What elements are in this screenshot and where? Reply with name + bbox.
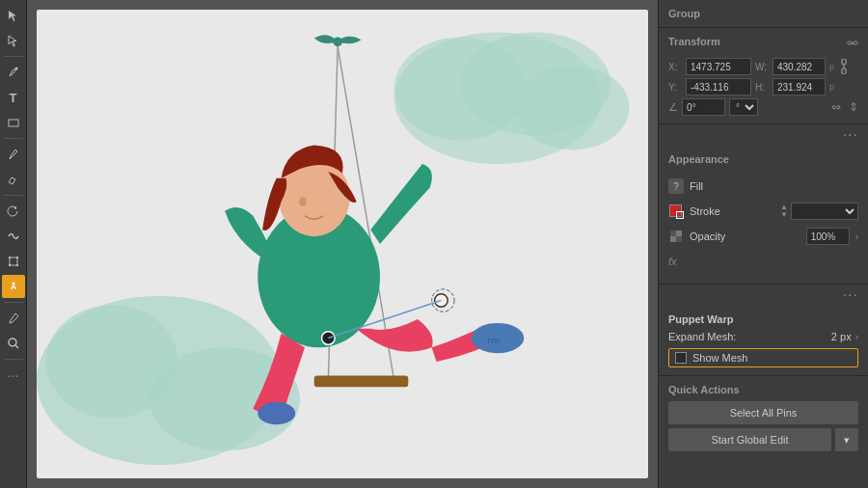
flip-h-icon[interactable]: ⇔ <box>831 100 841 114</box>
svg-rect-6 <box>16 264 18 266</box>
fill-row: ? Fill <box>668 176 858 197</box>
show-mesh-checkbox[interactable] <box>675 352 687 364</box>
svg-point-12 <box>9 339 16 346</box>
expand-mesh-arrow[interactable]: › <box>855 332 858 342</box>
start-global-edit-row: Start Global Edit ▾ <box>668 428 858 451</box>
appearance-section: Appearance ? Fill Stroke ▲ ▼ <box>659 146 868 285</box>
y-label: Y: <box>668 82 682 93</box>
fill-question-mark[interactable]: ? <box>668 178 684 194</box>
stroke-label: Stroke <box>690 205 774 217</box>
show-mesh-label: Show Mesh <box>692 352 747 364</box>
start-global-edit-button[interactable]: Start Global Edit <box>668 428 831 451</box>
start-global-edit-dropdown[interactable]: ▾ <box>835 428 858 451</box>
svg-rect-42 <box>670 230 676 236</box>
fx-row: fx <box>668 251 858 272</box>
svg-point-20 <box>516 66 629 150</box>
chain-icon <box>838 59 850 74</box>
stroke-row: Stroke ▲ ▼ <box>668 201 858 222</box>
stroke-dropdown[interactable] <box>791 203 858 220</box>
x-input[interactable] <box>686 58 751 75</box>
svg-point-7 <box>12 283 14 285</box>
svg-rect-5 <box>9 264 11 266</box>
separator-1 <box>4 56 23 57</box>
eyedropper-tool[interactable] <box>2 307 25 330</box>
svg-point-32 <box>435 294 448 308</box>
y-input[interactable] <box>686 78 751 95</box>
angle-input[interactable] <box>682 98 725 116</box>
svg-point-27 <box>299 197 307 206</box>
quick-actions-section: Quick Actions Select All Pins Start Glob… <box>659 376 868 463</box>
text-tool[interactable]: T <box>2 86 25 109</box>
canvas-background: TRK <box>37 10 648 478</box>
opacity-icon <box>668 229 684 244</box>
puppet-warp-title: Puppet Warp <box>668 313 858 325</box>
w-unit: p <box>829 62 834 71</box>
puppet-warp-tool[interactable] <box>2 275 25 298</box>
stroke-down[interactable]: ▼ <box>780 211 788 219</box>
transform-section: Transform X: W: p Y: H: p ∠ ° <box>659 28 868 124</box>
fx-label: fx <box>668 256 677 267</box>
svg-rect-2 <box>10 258 17 265</box>
w-label: W: <box>755 62 769 72</box>
canvas-area: TRK <box>27 0 658 488</box>
h-input[interactable] <box>773 78 826 95</box>
h-unit: p <box>829 82 834 92</box>
expand-mesh-row: Expand Mesh: 2 px › <box>668 331 858 342</box>
angle-icon: ∠ <box>668 101 678 114</box>
svg-rect-24 <box>314 376 409 388</box>
svg-rect-36 <box>854 41 857 44</box>
quick-actions-title: Quick Actions <box>668 384 858 395</box>
separator-4 <box>4 302 23 303</box>
svg-rect-40 <box>842 68 846 74</box>
shape-tool[interactable] <box>2 111 25 134</box>
svg-text:TRK: TRK <box>486 337 502 345</box>
eraser-tool[interactable] <box>2 168 25 191</box>
svg-line-13 <box>15 345 18 348</box>
w-input[interactable] <box>773 58 826 75</box>
transform-label: Transform <box>668 36 720 47</box>
pen-tool[interactable] <box>2 61 25 84</box>
svg-rect-4 <box>16 257 18 258</box>
warp-tool[interactable] <box>2 225 25 248</box>
svg-point-0 <box>14 68 17 70</box>
svg-rect-43 <box>676 230 682 236</box>
fill-label: Fill <box>690 180 858 192</box>
select-tool[interactable] <box>2 4 25 27</box>
angle-dropdown[interactable]: ° <box>729 98 758 116</box>
expand-mesh-label: Expand Mesh: <box>668 331 827 342</box>
dropdown-arrow: ▾ <box>844 434 850 447</box>
rotate-tool[interactable] <box>2 200 25 223</box>
group-section: Group <box>659 0 868 28</box>
paintbrush-tool[interactable] <box>2 143 25 166</box>
svg-point-21 <box>333 37 342 46</box>
separator-3 <box>4 195 23 196</box>
illustration-svg: TRK <box>37 10 648 478</box>
free-transform-tool[interactable] <box>2 250 25 273</box>
opacity-row: Opacity › <box>668 226 858 247</box>
svg-rect-44 <box>670 236 676 242</box>
opacity-input[interactable] <box>806 228 850 245</box>
transform-link-icon <box>847 39 858 50</box>
svg-rect-39 <box>842 59 846 65</box>
svg-rect-3 <box>9 257 11 258</box>
appearance-more[interactable]: ··· <box>659 285 868 306</box>
show-mesh-row[interactable]: Show Mesh <box>668 348 858 367</box>
puppet-warp-section: Puppet Warp Expand Mesh: 2 px › Show Mes… <box>659 306 868 376</box>
opacity-arrow[interactable]: › <box>855 231 858 242</box>
transform-more[interactable]: ··· <box>659 124 868 146</box>
separator-5 <box>4 359 23 360</box>
direct-select-tool[interactable] <box>2 29 25 52</box>
expand-mesh-value: 2 px <box>831 331 852 342</box>
svg-rect-35 <box>848 41 852 44</box>
svg-rect-1 <box>9 120 18 126</box>
h-label: H: <box>755 82 769 93</box>
zoom-tool[interactable] <box>2 332 25 355</box>
flip-v-icon[interactable]: ⇕ <box>849 100 858 114</box>
left-toolbar: T ··· <box>0 0 27 488</box>
more-tools[interactable]: ··· <box>2 364 25 387</box>
select-all-pins-row: Select All Pins <box>668 401 858 424</box>
select-all-pins-button[interactable]: Select All Pins <box>668 401 858 424</box>
appearance-label: Appearance <box>668 153 729 165</box>
stroke-icon[interactable] <box>668 203 684 219</box>
right-panel: Group Transform X: W: p Y: H: p ∠ <box>658 0 868 488</box>
